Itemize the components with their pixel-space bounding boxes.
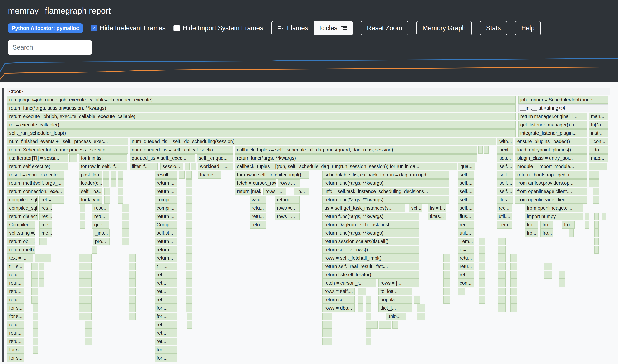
flame-frame-sliver[interactable] [186,229,192,237]
flame-frame-sliver[interactable] [92,246,97,254]
flame-frame-sliver[interactable] [33,321,38,329]
flame-frame-sliver[interactable] [118,179,124,187]
flame-frame[interactable]: retu... [7,271,24,279]
flame-frame[interactable]: compil... [154,204,177,212]
flame-frame[interactable]: for row in self._fetchiter_impl(): [235,171,309,179]
flame-frame[interactable]: self.... [458,179,474,187]
flame-frame-sliver[interactable] [103,171,109,179]
flame-frame[interactable]: info = self.task_instance_scheduling_dec… [322,188,449,195]
flame-frame[interactable]: with... [497,138,513,145]
flame-frame-sliver[interactable] [186,213,192,220]
flame-frame-sliver[interactable] [80,213,85,220]
flame-frame[interactable]: from openlineage.client.... [515,188,587,195]
flame-frame[interactable]: fro... [525,221,538,229]
flame-frame[interactable]: _ins... [93,229,110,237]
flame-frame-sliver[interactable] [589,179,599,187]
flame-frame-sliver[interactable] [186,254,192,262]
flame-frame-sliver[interactable] [186,188,192,195]
flame-frame[interactable]: for ... [154,354,177,362]
flame-frame[interactable]: res... [39,213,52,220]
flame-frame-sliver[interactable] [129,312,136,320]
flame-frame[interactable]: fetch = cursor._r... [322,279,376,287]
flame-frame-sliver[interactable] [187,321,192,329]
flame-frame[interactable]: for s... [7,354,24,362]
flame-frame[interactable]: me... [39,221,52,229]
flame-frame-sliver[interactable] [129,279,136,287]
flame-frame[interactable]: for s... [7,312,24,320]
flame-frame[interactable]: return... [154,254,177,262]
flame-frame[interactable]: workload = ... [198,163,233,170]
hide-irrelevant-checkbox[interactable]: ✓ Hide Irrelevant Frames [91,24,165,32]
flame-frame-sliver[interactable] [510,271,517,279]
flame-frame[interactable]: retu... [7,321,24,329]
flame-frame-sliver[interactable] [443,271,450,279]
flame-frame[interactable]: plugin_class = entry_poi... [515,154,587,162]
flame-frame-sliver[interactable] [443,254,450,262]
flame-frame[interactable]: for ... [154,312,177,320]
flame-frame-sliver[interactable] [69,154,77,162]
flame-frame-sliver[interactable] [129,296,136,304]
flame-frame[interactable]: for s... [7,304,24,312]
flame-frame[interactable]: self._enque... [197,154,233,162]
flame-frame[interactable]: _em... [458,238,474,245]
flame-frame[interactable]: retu... [7,296,24,304]
flame-frame-sliver[interactable] [443,263,450,270]
flame-frame[interactable]: return ... [154,213,177,220]
flame-frame-sliver[interactable] [479,263,485,270]
flame-frame-sliver[interactable] [186,304,192,312]
flame-frame-sliver[interactable] [186,238,192,245]
flame-frame[interactable]: self.st... [154,229,177,237]
flame-frame-sliver[interactable] [379,321,391,329]
flame-frame[interactable]: return self.... [322,296,355,304]
flame-frame-sliver[interactable] [33,329,38,337]
flame-frame-sliver[interactable] [33,346,38,354]
flame-frame-sliver[interactable] [498,263,506,270]
flame-frame-sliver[interactable] [443,287,450,295]
flame-frame-sliver[interactable] [191,163,196,170]
flame-frame-sliver[interactable] [31,287,38,295]
flame-frame[interactable]: return meth... [7,246,35,254]
flame-frame-sliver[interactable] [186,196,192,204]
flame-frame[interactable]: fn(*a... [589,121,608,129]
flame-frame-sliver[interactable] [39,271,44,279]
flame-frame[interactable]: text = ... [7,254,33,262]
flame-frame-sliver[interactable] [594,221,599,229]
flame-frame-sliver[interactable] [479,254,485,262]
flame-frame-sliver[interactable] [358,304,363,312]
flame-frame[interactable]: pro... [93,238,110,245]
flame-frame-sliver[interactable] [592,196,599,204]
flame-frame-sliver[interactable] [186,287,192,295]
flame-frame[interactable]: rows = [... [378,279,419,287]
flame-frame[interactable]: num_finished_events += self._process_exe… [7,138,128,145]
flame-frame-sliver[interactable] [510,296,517,304]
flame-frame-sliver[interactable] [187,312,192,320]
flame-frame[interactable]: ti.tas... [428,213,446,220]
flame-frame[interactable]: gua... [458,163,475,170]
flame-frame-sliver[interactable] [129,263,136,270]
flame-frame-sliver[interactable] [79,296,91,304]
flame-frame-sliver[interactable] [479,296,485,304]
flame-frame-sliver[interactable] [366,304,371,312]
flame-frame[interactable]: instr... [589,129,608,137]
flame-frame[interactable]: retu... [458,254,474,262]
flame-frame[interactable]: result = conn._execute... [7,171,64,179]
search-input[interactable] [8,40,92,55]
flame-frame[interactable]: for ... [154,304,177,312]
flame-frame-sliver[interactable] [414,296,420,304]
flame-frame-sliver[interactable] [31,296,38,304]
flame-frame[interactable]: ret... [154,287,177,295]
flame-frame-sliver[interactable] [185,163,190,170]
flame-frame[interactable]: c = ... [458,246,474,254]
flame-frame[interactable]: self.... [497,179,513,187]
flame-frame[interactable]: retu... [7,279,24,287]
flame-frame[interactable]: valu... [249,196,266,204]
flame-frame-sliver[interactable] [79,287,91,295]
flame-frame-sliver[interactable] [122,213,129,220]
flame-frame-sliver[interactable] [186,179,192,187]
flame-frame-sliver[interactable] [594,213,599,220]
flame-frame[interactable]: t = s... [7,263,24,270]
flame-frame[interactable]: dict_[... [378,304,412,312]
flame-frame-sliver[interactable] [39,279,44,287]
flame-frame[interactable]: retu... [7,287,24,295]
flame-frame[interactable]: from openlineage.client.... [515,196,587,204]
